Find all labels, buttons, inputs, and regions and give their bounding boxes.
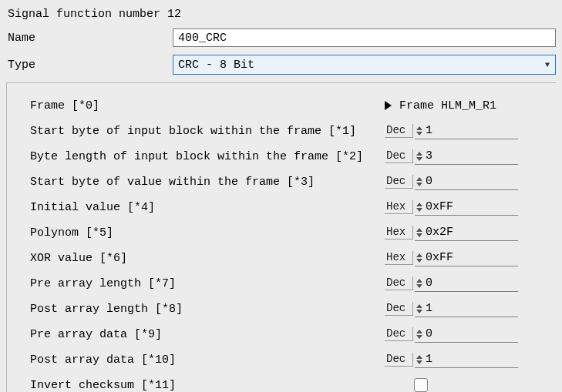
- param-label: Byte length of input block within the fr…: [30, 150, 385, 163]
- stepper-up-icon[interactable]: [416, 355, 422, 359]
- page-title: Signal function number 12: [8, 8, 556, 21]
- mode-toggle[interactable]: Dec: [385, 327, 413, 341]
- value-display: 0: [426, 276, 518, 290]
- param-label: XOR value [*6]: [30, 252, 385, 265]
- param-label: Start byte of input block within the fra…: [30, 125, 385, 138]
- mode-toggle[interactable]: Dec: [385, 302, 413, 316]
- value-display: 1: [426, 124, 518, 138]
- frame-label: Frame [*0]: [30, 99, 385, 112]
- frame-link-text: Frame HLM_M_R1: [399, 99, 496, 112]
- value-spinner[interactable]: 0: [415, 276, 518, 292]
- value-spinner[interactable]: 1: [415, 123, 518, 139]
- frame-link[interactable]: Frame HLM_M_R1: [385, 99, 496, 112]
- value-display: 0: [426, 175, 518, 189]
- parameters-panel: Frame [*0] Frame HLM_M_R1 Start byte of …: [6, 82, 556, 392]
- mode-toggle[interactable]: Dec: [385, 353, 413, 367]
- value-display: 1: [426, 353, 518, 367]
- stepper-down-icon[interactable]: [416, 284, 422, 288]
- stepper-up-icon[interactable]: [416, 152, 422, 156]
- value-spinner[interactable]: 1: [415, 352, 518, 368]
- stepper-up-icon[interactable]: [416, 228, 422, 232]
- type-label: Type: [6, 59, 173, 72]
- value-spinner[interactable]: 0x2F: [415, 225, 518, 241]
- param-label: Post array length [*8]: [30, 303, 385, 316]
- stepper-up-icon[interactable]: [416, 304, 422, 308]
- param-label: Post array data [*10]: [30, 353, 385, 367]
- stepper-down-icon[interactable]: [416, 259, 422, 263]
- stepper-down-icon[interactable]: [416, 157, 422, 161]
- mode-toggle[interactable]: Dec: [385, 175, 413, 189]
- stepper-down-icon[interactable]: [416, 183, 422, 186]
- play-icon: [385, 101, 392, 110]
- stepper-down-icon[interactable]: [416, 360, 422, 364]
- stepper-down-icon[interactable]: [416, 335, 422, 339]
- param-label: Start byte of value within the frame [*3…: [30, 176, 385, 189]
- stepper-down-icon[interactable]: [416, 310, 422, 313]
- stepper-down-icon[interactable]: [416, 233, 422, 237]
- mode-toggle[interactable]: Dec: [385, 124, 413, 138]
- param-label: Initial value [*4]: [30, 201, 385, 214]
- stepper-up-icon[interactable]: [416, 126, 422, 130]
- value-display: 0: [426, 327, 518, 341]
- value-spinner[interactable]: 0: [415, 327, 518, 343]
- stepper-up-icon[interactable]: [416, 279, 422, 283]
- stepper-down-icon[interactable]: [416, 132, 422, 136]
- value-spinner[interactable]: 0xFF: [415, 250, 518, 266]
- stepper-up-icon[interactable]: [416, 253, 422, 257]
- invert-checksum-checkbox[interactable]: [414, 378, 428, 392]
- mode-toggle[interactable]: Dec: [385, 149, 413, 163]
- stepper-up-icon[interactable]: [416, 203, 422, 206]
- param-label: Polynom [*5]: [30, 226, 385, 240]
- mode-toggle[interactable]: Hex: [385, 226, 413, 240]
- value-display: 0x2F: [426, 226, 518, 240]
- name-input[interactable]: [173, 28, 556, 47]
- value-spinner[interactable]: 3: [415, 149, 518, 165]
- value-display: 3: [426, 149, 518, 163]
- value-display: 0xFF: [426, 200, 518, 214]
- mode-toggle[interactable]: Hex: [385, 200, 413, 214]
- mode-toggle[interactable]: Dec: [385, 276, 413, 290]
- value-display: 0xFF: [426, 251, 518, 265]
- value-display: 1: [426, 302, 518, 316]
- param-label: Pre array data [*9]: [30, 328, 385, 341]
- value-spinner[interactable]: 1: [415, 301, 518, 317]
- name-label: Name: [6, 32, 173, 45]
- mode-toggle[interactable]: Hex: [385, 251, 413, 265]
- invert-checksum-label: Invert checksum [*11]: [30, 379, 385, 392]
- stepper-down-icon[interactable]: [416, 208, 422, 212]
- value-spinner[interactable]: 0xFF: [415, 199, 518, 216]
- value-spinner[interactable]: 0: [415, 174, 518, 190]
- type-select[interactable]: [173, 55, 556, 75]
- param-label: Pre array length [*7]: [30, 277, 385, 290]
- stepper-up-icon[interactable]: [416, 177, 422, 181]
- stepper-up-icon[interactable]: [416, 330, 422, 333]
